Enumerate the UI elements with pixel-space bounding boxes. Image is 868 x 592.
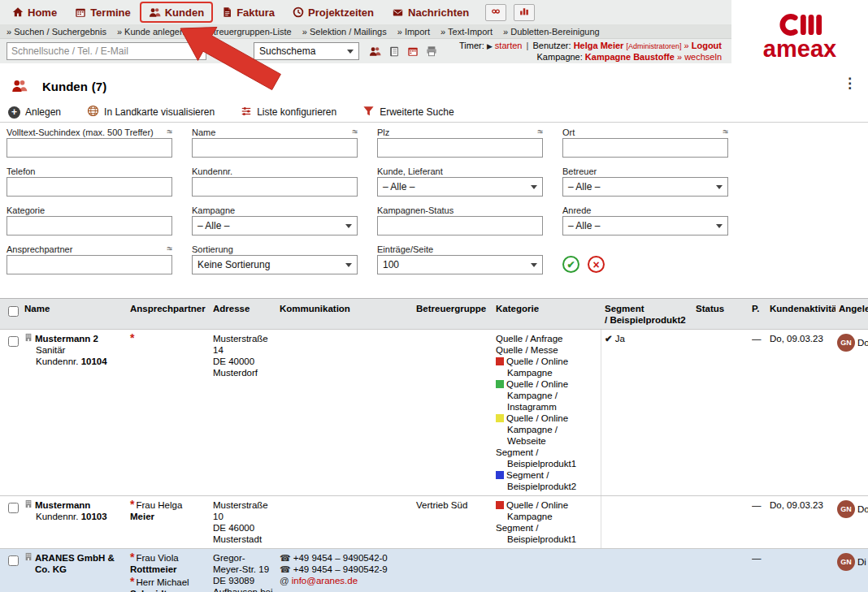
campaign-name-link[interactable]: Kampagne Baustoffe [585, 52, 675, 62]
row-checkbox[interactable] [8, 555, 19, 566]
filter-telefon-label: Telefon [7, 166, 35, 176]
filter-anrede-select[interactable]: – Alle – [562, 216, 728, 236]
column-header-kommunikation: Kommunikation [276, 299, 413, 329]
chevron: » [677, 52, 682, 62]
filter-betreuer-select[interactable]: – Alle – [562, 177, 728, 197]
customer-name-link[interactable]: ARANES GmbH & Co. KG [35, 552, 124, 575]
nav-termine[interactable]: Termine [66, 0, 140, 24]
statistics-button[interactable] [514, 4, 535, 21]
kategorie-swatch [496, 380, 504, 388]
name-cell: ARANES GmbH & Co. KG [21, 549, 127, 592]
subnav-dubletten-bereinigung[interactable]: » Dubletten-Bereinigung [503, 27, 600, 37]
kategorie-entry: Quelle / Online Kampagne [496, 499, 597, 522]
filter-kampagnen-status-input[interactable] [377, 216, 543, 236]
logout-link[interactable]: Logout [692, 41, 722, 50]
filter-sortierung-select[interactable]: Keine Sortierung [192, 255, 358, 274]
column-header-status: Status [692, 299, 752, 329]
column-header-p: P. [752, 299, 766, 329]
subnav-import[interactable]: » Import [397, 27, 430, 37]
nav-termine-label: Termine [90, 6, 131, 19]
filter-form: Volltext-Suchindex (max. 500 Treffer)≈ N… [7, 126, 728, 274]
row-checkbox[interactable] [8, 336, 19, 347]
filter-kategorie-input[interactable] [7, 216, 172, 236]
table-row[interactable]: ARANES GmbH & Co. KG *Frau Viola Rotttme… [0, 548, 868, 592]
globe-icon [87, 105, 99, 119]
customer-name-link[interactable]: Mustermann [35, 499, 90, 511]
kategorie-entry: Quelle / Online Kampagne [496, 356, 597, 378]
liste-konfigurieren-button[interactable]: Liste konfigurieren [241, 106, 336, 119]
filter-kampagne-select[interactable]: – Alle – [192, 216, 358, 236]
row-checkbox[interactable] [8, 503, 19, 513]
nav-nachrichten[interactable]: Nachrichten [383, 0, 478, 24]
company-icon [24, 333, 33, 344]
p-cell: — [752, 330, 766, 495]
filter-plz-input[interactable] [377, 138, 543, 158]
filter-kunde-lieferant-label: Kunde, Lieferant [377, 166, 443, 176]
filter-plz-label: Plz [377, 127, 389, 137]
kategorie-entry: Quelle / Online Kampagne / Webseite [496, 413, 597, 447]
filter-volltext-label: Volltext-Suchindex (max. 500 Treffer) [7, 127, 154, 137]
filter-actions: ✔ × [562, 243, 728, 274]
clock-icon [293, 6, 304, 18]
email-link[interactable]: info@aranes.de [292, 576, 358, 586]
apply-filter-button[interactable]: ✔ [562, 256, 579, 273]
angelegt-text: Di [857, 552, 866, 568]
page-header: Kunden (7) ⋮ [0, 75, 868, 97]
customer-number: Kundennr. 10104 [24, 356, 124, 367]
contacts-icon[interactable] [369, 45, 381, 58]
print-list-icon[interactable] [426, 45, 437, 57]
campaign-switch-link[interactable]: wechseln [684, 52, 722, 62]
filter-kundennr: Kundennr. [192, 165, 358, 197]
landkarte-button[interactable]: In Landkarte visualisieren [87, 105, 215, 119]
subnav-betreuergruppen-liste[interactable]: » Betreuergruppen-Liste [195, 27, 292, 37]
links-button[interactable] [485, 4, 506, 21]
filter-kundennr-input[interactable] [192, 177, 358, 197]
kategorie-entry: Quelle / Online Kampagne / Instagramm [496, 378, 597, 413]
table-row[interactable]: Mustermann Kundennr. 10103 *Frau Helga M… [0, 495, 868, 548]
user-name-link[interactable]: Helga Meier [574, 41, 624, 50]
filter-ansprechpartner-input[interactable] [7, 255, 172, 274]
filter-name-label: Name [192, 127, 215, 137]
filter-telefon-input[interactable] [7, 177, 172, 197]
filter-ort: Ort≈ [562, 126, 728, 158]
timer-start-link[interactable]: starten [495, 41, 523, 50]
suchschema-select[interactable]: Suchschema [254, 42, 359, 60]
filter-volltext-input[interactable] [7, 138, 172, 158]
filter-ort-input[interactable] [562, 138, 728, 158]
adresse-cell: Musterstraße 14 DE 40000 Musterdorf [210, 330, 276, 495]
quick-search-input[interactable] [7, 42, 206, 60]
kundenaktivitaet-cell: Do, 09.03.23 [766, 330, 835, 495]
table-row[interactable]: Mustermann 2 Sanitär Kundennr. 10104 * M… [0, 329, 868, 495]
filter-eintraege: Einträge/Seite 100 [377, 243, 543, 274]
nav-kunden[interactable]: Kunden [140, 2, 213, 23]
phonebook-icon[interactable] [388, 45, 400, 58]
status-cell [692, 496, 752, 548]
subnav-selektion-mailings[interactable]: » Selektion / Mailings [302, 27, 387, 37]
top-navigation: Home Termine Kunden Faktura Projektzeite… [0, 0, 731, 24]
filter-name-input[interactable] [192, 138, 358, 158]
nav-projektzeiten[interactable]: Projektzeiten [284, 0, 383, 24]
nav-home[interactable]: Home [3, 0, 66, 24]
subnav-kunde-anlegen[interactable]: » Kunde anlegen [117, 27, 184, 37]
subnav-suchen[interactable]: » Suchen / Suchergebnis [7, 27, 106, 37]
customer-name-link[interactable]: Mustermann 2 [35, 333, 98, 344]
p-cell: — [752, 549, 766, 592]
kebab-menu-icon[interactable]: ⋮ [843, 75, 857, 92]
adresse-cell: Musterstraße 10 DE 46000 Musterstadt [210, 496, 276, 548]
filter-kampagne-label: Kampagne [192, 205, 235, 215]
avatar: GN [837, 553, 855, 571]
anlegen-button[interactable]: + Anlegen [8, 106, 61, 119]
check-icon: ✔ [605, 334, 613, 344]
avatar: GN [837, 500, 855, 518]
reset-filter-button[interactable]: × [588, 256, 605, 273]
filter-eintraege-select[interactable]: 100 [377, 255, 543, 274]
select-all-checkbox[interactable] [8, 306, 19, 317]
birthday-list-icon[interactable] [407, 45, 419, 57]
chevron-down-icon [716, 224, 723, 228]
contact-marker-icon: * [130, 575, 134, 588]
subnav-text-import[interactable]: » Text-Import [441, 27, 493, 37]
nav-faktura[interactable]: Faktura [213, 0, 284, 24]
chevron-down-icon [531, 185, 537, 189]
filter-kunde-lieferant-select[interactable]: – Alle – [377, 177, 543, 197]
erweiterte-suche-button[interactable]: Erweiterte Suche [362, 105, 454, 119]
